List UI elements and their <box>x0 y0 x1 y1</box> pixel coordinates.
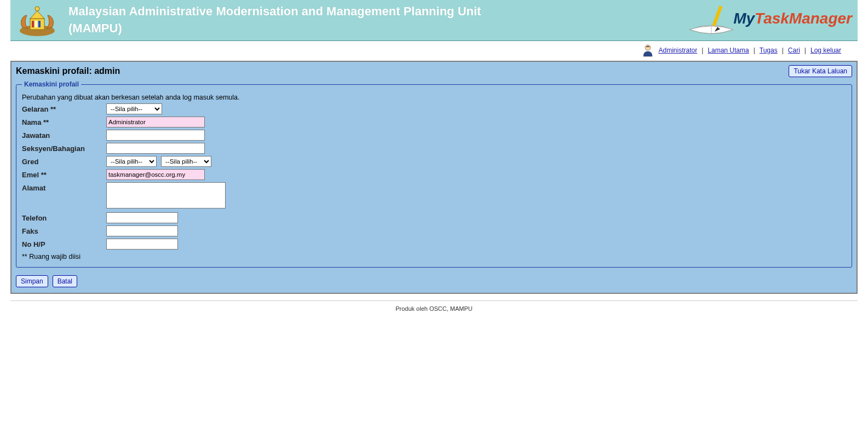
svg-point-6 <box>35 7 39 11</box>
select-gred-2[interactable]: --Sila pilih-- <box>161 156 211 167</box>
input-emel[interactable] <box>106 169 205 180</box>
logo-text-manager: Manager <box>789 10 852 27</box>
user-avatar-icon <box>641 43 655 57</box>
page-title: Kemaskini profail: admin <box>16 66 120 76</box>
input-seksyen[interactable] <box>106 143 205 154</box>
top-nav: Administrator | Laman Utama | Tugas | Ca… <box>10 41 858 60</box>
label-seksyen: Seksyen/Bahagian <box>22 143 106 153</box>
label-gred: Gred <box>22 156 106 166</box>
svg-rect-5 <box>42 21 43 27</box>
fieldset-legend: Kemaskini profail <box>22 80 81 88</box>
input-nohp[interactable] <box>106 239 178 250</box>
page-titlebar: Kemaskini profail: admin Tukar Kata Lalu… <box>12 62 856 80</box>
input-telefon[interactable] <box>106 212 178 223</box>
app-logo: MyTaskManager <box>684 2 852 35</box>
required-note: ** Ruang wajib diisi <box>22 253 846 260</box>
profile-fieldset: Kemaskini profail Perubahan yang dibuat … <box>16 80 852 268</box>
header-title-line2: (MAMPU) <box>68 21 122 35</box>
nav-tasks-link[interactable]: Tugas <box>760 47 778 54</box>
label-alamat: Alamat <box>22 182 106 192</box>
select-gelaran[interactable]: --Sila pilih-- <box>106 103 162 114</box>
label-nohp: No H/P <box>22 239 106 248</box>
separator: | <box>754 47 755 54</box>
label-gelaran: Gelaran ** <box>22 103 106 113</box>
logo-book-icon <box>684 2 739 35</box>
separator: | <box>782 47 784 54</box>
input-jawatan[interactable] <box>106 130 205 141</box>
label-nama: Nama ** <box>22 117 106 126</box>
header-band: Malaysian Administrative Modernisation a… <box>10 0 858 41</box>
input-nama[interactable] <box>106 117 205 128</box>
nav-logout-link[interactable]: Log keluar <box>810 47 841 54</box>
footer: Produk oleh OSCC, MAMPU <box>10 300 858 323</box>
svg-rect-8 <box>712 5 723 26</box>
separator: | <box>702 47 703 54</box>
svg-rect-2 <box>32 21 34 27</box>
svg-rect-4 <box>38 21 41 27</box>
cancel-button[interactable]: Batal <box>53 275 77 287</box>
main-content: Kemaskini profail: admin Tukar Kata Lalu… <box>10 61 858 294</box>
label-telefon: Telefon <box>22 212 106 222</box>
label-emel: Emel ** <box>22 169 106 179</box>
nav-search-link[interactable]: Cari <box>788 47 800 54</box>
nav-user-link[interactable]: Administrator <box>658 47 697 54</box>
label-jawatan: Jawatan <box>22 130 106 140</box>
form-note: Perubahan yang dibuat akan berkesan sete… <box>22 94 846 101</box>
footer-text: Produk oleh OSCC, MAMPU <box>395 305 473 312</box>
crest-icon <box>15 3 60 37</box>
nav-home-link[interactable]: Laman Utama <box>708 47 749 54</box>
change-password-button[interactable]: Tukar Kata Laluan <box>789 65 852 77</box>
logo-text-task: Task <box>755 10 789 27</box>
textarea-alamat[interactable] <box>106 182 226 208</box>
select-gred-1[interactable]: --Sila pilih-- <box>106 156 157 167</box>
label-faks: Faks <box>22 225 106 235</box>
svg-point-10 <box>645 45 651 50</box>
separator: | <box>804 47 806 54</box>
action-row: Simpan Batal <box>12 272 856 293</box>
save-button[interactable]: Simpan <box>16 275 48 287</box>
header-title: Malaysian Administrative Modernisation a… <box>68 3 481 37</box>
input-faks[interactable] <box>106 225 178 236</box>
header-title-line1: Malaysian Administrative Modernisation a… <box>68 4 481 18</box>
svg-rect-3 <box>35 21 37 27</box>
